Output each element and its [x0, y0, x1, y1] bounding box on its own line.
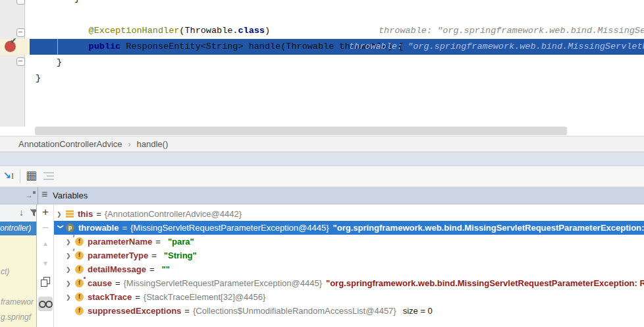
- equals-sign: =: [155, 237, 161, 247]
- field-icon: f: [75, 265, 84, 274]
- filter-funnel-icon[interactable]: [30, 209, 37, 217]
- breadcrumb-class[interactable]: AnnotationControllerAdvice: [18, 139, 122, 149]
- variable-reference: {AnnotationControllerAdvice@4442}: [105, 209, 242, 219]
- arrow-se-icon: ↘: [3, 169, 11, 180]
- variables-tab-bar: → ≡ Variables: [0, 187, 644, 204]
- chevron-right-icon[interactable]: ❯: [66, 253, 74, 259]
- fold-marker-icon[interactable]: [16, 0, 25, 5]
- debugger-inline-hint: throwable: "org.springframework.web.bind…: [379, 23, 644, 39]
- variable-reference: {MissingServletRequestParameterException…: [130, 223, 329, 233]
- chevron-right-icon[interactable]: ❯: [66, 239, 74, 245]
- field-icon: f: [75, 279, 84, 287]
- breadcrumb-separator-icon: ›: [128, 140, 131, 149]
- variable-reference: {MissingServletRequestParameterException…: [123, 278, 322, 288]
- frames-panel[interactable]: ↓ ontroller) ct) framewor g.springf: [0, 204, 37, 327]
- code-editor[interactable]: ✔ } @ExceptionHandler(Throwable.class) p…: [0, 0, 644, 136]
- variable-name: cause: [88, 278, 112, 288]
- equals-sign: =: [122, 223, 127, 233]
- indent-lines-button-disabled[interactable]: [43, 172, 54, 180]
- variable-row-parameterType[interactable]: ❯ f parameterType = "String": [54, 249, 644, 262]
- field-icon: f: [75, 251, 84, 260]
- variable-string-value: "": [161, 264, 169, 274]
- variable-name: stackTrace: [88, 292, 132, 302]
- code-token: (throwable.getMessage());: [234, 57, 367, 67]
- add-watch-button[interactable]: +: [37, 206, 54, 219]
- move-down-button-disabled[interactable]: ▼: [37, 260, 54, 267]
- chevron-right-icon[interactable]: ❯: [66, 266, 74, 273]
- parameter-icon: p: [66, 223, 74, 232]
- evaluate-expression-button[interactable]: ↘ I: [3, 169, 18, 183]
- field-icon: f: [75, 237, 84, 246]
- chevron-right-icon[interactable]: ❯: [66, 280, 74, 287]
- fold-marker-icon[interactable]: [16, 28, 25, 37]
- remove-watch-button-disabled[interactable]: −: [37, 222, 54, 235]
- variable-name: parameterName: [88, 237, 152, 247]
- chevron-right-icon[interactable]: ❯: [57, 211, 65, 218]
- equals-sign: =: [149, 264, 155, 274]
- duplicate-watch-button[interactable]: [41, 277, 50, 287]
- code-line-close-method[interactable]: }: [57, 55, 62, 71]
- layout-grid-button[interactable]: ▦: [26, 168, 37, 183]
- chevron-down-icon[interactable]: ❯: [57, 224, 64, 232]
- variables-tree: ❯ this = {AnnotationControllerAdvice@444…: [54, 204, 644, 327]
- method-token: ok: [223, 57, 234, 67]
- panel-separator: [38, 187, 38, 204]
- debugger-toolbar: ↘ I ▦: [0, 166, 644, 187]
- variable-row-suppressedExceptions[interactable]: ❯ f suppressedExceptions = {Collections$…: [54, 304, 644, 318]
- tab-variables[interactable]: Variables: [53, 191, 88, 200]
- move-up-button-disabled[interactable]: ▲: [37, 240, 54, 247]
- frame-row[interactable]: ct): [1, 267, 9, 276]
- code-line-execution[interactable]: return ResponseEntity.ok(throwable.getMe…: [74, 39, 367, 86]
- variable-row-parameterName[interactable]: ❯ f parameterName = "para": [54, 235, 644, 249]
- variable-reference: {Collections$UnmodifiableRandomAccessLis…: [193, 306, 396, 316]
- variable-row-stackTrace[interactable]: ❯ f stackTrace = {StackTraceElement[32]@…: [54, 290, 644, 304]
- toolbar-separator: [20, 169, 20, 183]
- equals-sign: =: [135, 292, 140, 302]
- ibeam-icon: I: [11, 171, 14, 181]
- down-arrow-icon[interactable]: ↓: [19, 207, 24, 218]
- this-object-icon: [66, 210, 74, 218]
- breadcrumb: AnnotationControllerAdvice › handle(): [0, 136, 644, 152]
- chevron-right-icon[interactable]: ❯: [66, 294, 74, 301]
- debugger-inline-hint: throwable: "org.springframework.web.bind…: [349, 39, 644, 55]
- pin-tab-icon[interactable]: →: [25, 191, 36, 200]
- horizontal-scrollbar-thumb[interactable]: [35, 127, 567, 135]
- hamburger-menu-icon[interactable]: ≡: [41, 189, 47, 200]
- frame-row[interactable]: g.springf: [1, 312, 31, 322]
- variable-name: parameterType: [88, 251, 148, 260]
- variable-name: detailMessage: [88, 264, 146, 274]
- pin-arrow-icon: →: [25, 191, 33, 200]
- ide-debugger-view: ✔ } @ExceptionHandler(Throwable.class) p…: [0, 0, 644, 327]
- breadcrumb-method[interactable]: handle(): [137, 139, 169, 149]
- frame-row[interactable]: framewor: [1, 297, 34, 307]
- equals-sign: =: [115, 278, 121, 288]
- variables-side-toolbar: + − ▲ ▼: [37, 204, 54, 327]
- variable-string-value: "String": [164, 251, 197, 260]
- code-token: ResponseEntity.: [138, 57, 223, 67]
- equals-sign: =: [184, 306, 190, 316]
- variable-name: throwable: [78, 223, 119, 233]
- frames-panel-header: ↓: [0, 204, 37, 222]
- variable-name: suppressedExceptions: [88, 306, 181, 316]
- variable-row-this[interactable]: ❯ this = {AnnotationControllerAdvice@444…: [54, 207, 644, 221]
- fold-marker-icon[interactable]: [16, 57, 25, 66]
- field-icon: f: [75, 307, 84, 315]
- keyword-token: return: [106, 57, 138, 67]
- show-watches-toggle[interactable]: [38, 297, 53, 311]
- variable-row-cause[interactable]: ❯ f cause = {MissingServletRequestParame…: [54, 276, 644, 290]
- variable-row-detailMessage[interactable]: ❯ f detailMessage = "": [54, 262, 644, 276]
- breakpoint-verified-check-icon: ✔: [10, 36, 16, 45]
- code-line-close-class[interactable]: }: [36, 71, 41, 86]
- frame-row-selected[interactable]: ontroller): [0, 222, 37, 235]
- variable-reference: {StackTraceElement[32]@4456}: [144, 292, 265, 302]
- debugger-top-strip: [0, 152, 644, 166]
- breakpoint-icon[interactable]: ✔: [5, 41, 16, 52]
- code-line-partial[interactable]: }: [74, 0, 80, 7]
- variable-string-value: "org.springframework.web.bind.MissingSer…: [333, 223, 644, 233]
- field-icon: f: [75, 293, 84, 301]
- equals-sign: =: [96, 209, 101, 219]
- collection-size: size = 0: [403, 306, 433, 316]
- equals-sign: =: [151, 251, 157, 260]
- debugger-content: ↓ ontroller) ct) framewor g.springf + − …: [0, 204, 644, 327]
- variable-row-throwable-selected[interactable]: ❯ p throwable = {MissingServletRequestPa…: [54, 221, 644, 235]
